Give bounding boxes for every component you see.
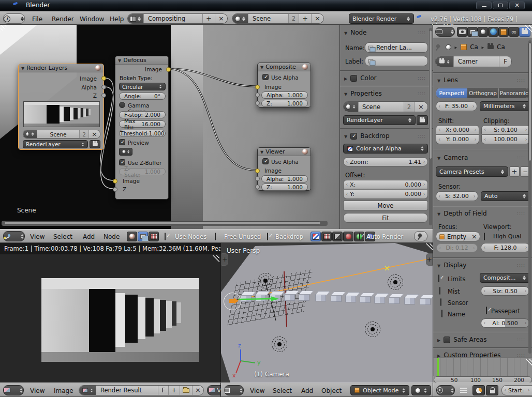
menu-view[interactable]: View: [250, 387, 264, 394]
playback-options-button[interactable]: [472, 385, 485, 395]
dof-panel-header[interactable]: Depth of Field: [437, 210, 528, 217]
panel-scene-unlink[interactable]: [414, 102, 427, 112]
color-checkbox[interactable]: [350, 75, 357, 82]
input-socket-z[interactable]: [255, 185, 260, 189]
camera-browse-button[interactable]: [436, 56, 453, 67]
menu-select[interactable]: Select: [53, 233, 72, 240]
panel-grip[interactable]: [517, 211, 525, 216]
panel-grip[interactable]: [418, 91, 426, 96]
threshold-slider[interactable]: Threshold:1.000: [119, 130, 166, 137]
timeline-editor-type-menu[interactable]: [436, 385, 455, 395]
viewport-editor-type-menu[interactable]: [224, 385, 244, 395]
backdrop-offset-y-slider[interactable]: Y:0.000: [343, 190, 428, 199]
panel-grip[interactable]: [418, 75, 426, 81]
panel-grip[interactable]: [517, 263, 525, 268]
clear-focus-icon[interactable]: [471, 233, 477, 240]
panel-grip[interactable]: [418, 133, 426, 139]
node-label-field[interactable]: [365, 56, 428, 66]
backdrop-panel-header[interactable]: Backdrop: [344, 132, 429, 140]
focal-length-slider[interactable]: F: 35.00: [436, 101, 477, 111]
menu-window[interactable]: Window: [80, 16, 104, 23]
next-editor-type-menu[interactable]: Vie: [207, 385, 220, 395]
output-socket-image[interactable]: [166, 67, 171, 72]
panel-grip[interactable]: [517, 78, 525, 83]
panel-grip[interactable]: [517, 155, 525, 160]
input-socket-alpha[interactable]: [255, 176, 260, 181]
breadcrumb-object[interactable]: Ca: [470, 43, 478, 51]
defocus-node-header[interactable]: Defocus: [115, 56, 168, 65]
display-panel-header[interactable]: Display: [437, 262, 528, 269]
backdrop-panel-checkbox[interactable]: [350, 133, 357, 140]
image-editor-type-menu[interactable]: [3, 385, 24, 395]
render-layer-render-button[interactable]: [90, 140, 100, 148]
camera-presets-menu[interactable]: Camera Presets: [436, 166, 508, 177]
zscale-slider[interactable]: Z-Scale:1.000: [119, 168, 166, 175]
image-new-button[interactable]: [168, 386, 180, 395]
menu-image[interactable]: Image: [54, 387, 73, 394]
minimize-button[interactable]: [476, 2, 492, 9]
color-panel-header[interactable]: Color: [344, 74, 429, 82]
screen-layout-browse-button[interactable]: [128, 14, 143, 23]
free-unused-checkbox[interactable]: [215, 233, 216, 240]
viewer-node-header[interactable]: Viewer: [258, 148, 311, 156]
passepartout-alpha-slider[interactable]: Al: 0.500: [481, 318, 529, 328]
tab-object[interactable]: [498, 27, 509, 37]
lens-panel-header[interactable]: Lens: [437, 77, 528, 84]
composite-node-header[interactable]: Composite: [258, 63, 311, 71]
backdrop-checkbox[interactable]: [267, 233, 268, 240]
timeline-hscrollbar[interactable]: 50 100 150 200: [434, 376, 532, 383]
alpha-slider[interactable]: Alpha:1.000: [261, 91, 308, 99]
input-socket-z[interactable]: [255, 101, 260, 105]
menu-render[interactable]: Render: [52, 16, 74, 23]
shift-y-slider[interactable]: Y: 0.000: [436, 135, 479, 144]
composite-node[interactable]: Composite Use Alpha Image Alpha:1.000 Z:…: [257, 63, 311, 108]
backdrop-z-toggle[interactable]: [332, 232, 343, 241]
menu-node[interactable]: Node: [104, 233, 120, 240]
node-panel-header[interactable]: Node: [344, 29, 429, 36]
limits-checkbox[interactable]: [438, 274, 439, 282]
tab-scene[interactable]: [478, 27, 488, 37]
tab-render[interactable]: [457, 27, 467, 37]
safe-areas-panel-header[interactable]: Safe Areas: [437, 336, 528, 343]
render-layers-node-header[interactable]: Render Layers: [19, 64, 104, 72]
backdrop-channels-menu[interactable]: Color and Alpha: [343, 144, 428, 154]
defocus-node[interactable]: Defocus Image Bokeh Type: Circular Angle…: [115, 56, 169, 200]
tab-world[interactable]: [488, 27, 498, 37]
panel-render-layer-menu[interactable]: RenderLayer: [343, 115, 416, 125]
close-button[interactable]: ✕: [509, 2, 525, 9]
alpha-slider[interactable]: Alpha:1.000: [261, 175, 308, 182]
camera-panel-header[interactable]: Camera: [437, 154, 528, 161]
node-scene-browse[interactable]: [23, 130, 37, 138]
dof-distance-slider[interactable]: Di: 0.12: [436, 243, 478, 252]
fake-user-button[interactable]: F: [499, 56, 511, 67]
screen-layout-name[interactable]: Compositing: [143, 14, 202, 23]
properties-editor-type-menu[interactable]: [435, 27, 455, 37]
tab-constraints[interactable]: [509, 27, 519, 37]
node-editor-hscrollbar[interactable]: [2, 221, 328, 226]
viewer-node[interactable]: Viewer Use Alpha Image Alpha:1.000 Z:1.0…: [257, 147, 311, 191]
input-socket-image[interactable]: [255, 85, 260, 89]
scene-users-count[interactable]: 2: [288, 14, 299, 23]
fstop-slider[interactable]: F-stop:2.000: [119, 111, 166, 118]
bokeh-type-menu[interactable]: Circular: [119, 83, 166, 90]
scene-browse-button[interactable]: [232, 14, 248, 23]
maximize-button[interactable]: [493, 2, 508, 9]
toolshelf-expand-button[interactable]: [221, 253, 228, 266]
image-open-button[interactable]: [180, 386, 192, 395]
perspective-button[interactable]: Perspecti: [436, 88, 467, 98]
use-zbuffer-checkbox[interactable]: [119, 159, 125, 165]
menu-view[interactable]: View: [30, 387, 45, 394]
camera-name-field[interactable]: Camer: [453, 56, 499, 67]
preset-add-button[interactable]: [509, 166, 520, 177]
clip-end-slider[interactable]: 100.000: [481, 135, 530, 144]
z-slider[interactable]: Z:1.000: [261, 184, 308, 191]
collapse-icon[interactable]: [21, 65, 24, 71]
input-socket-image[interactable]: [113, 179, 117, 184]
panel-grip[interactable]: [418, 30, 426, 35]
scene-delete-button[interactable]: [311, 14, 323, 23]
backdrop-move-button[interactable]: Move: [343, 201, 428, 210]
panel-grip[interactable]: [517, 337, 525, 342]
screen-delete-button[interactable]: [215, 14, 227, 23]
input-socket-alpha[interactable]: [255, 93, 260, 97]
max-blur-slider[interactable]: Max Blu:16.000: [119, 120, 166, 128]
